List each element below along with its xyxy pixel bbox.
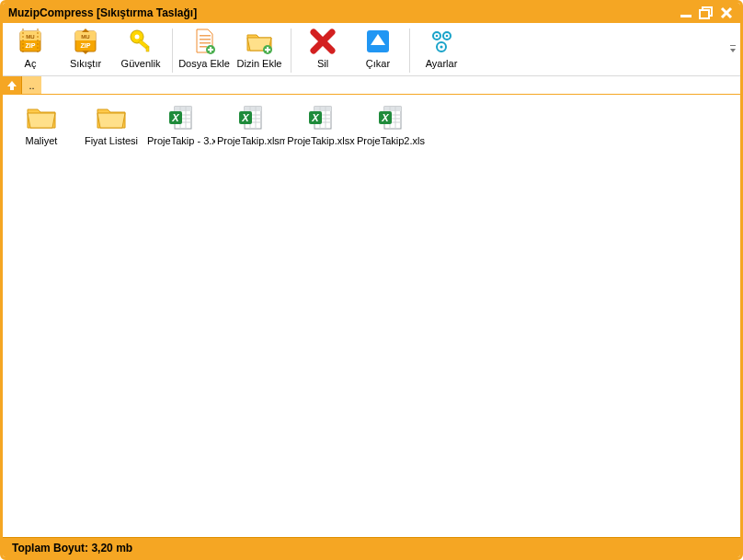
minimize-button[interactable]: [676, 5, 696, 21]
svg-rect-20: [146, 47, 149, 51]
folder-item[interactable]: Fiyat Listesi: [77, 104, 145, 159]
svg-rect-23: [200, 42, 211, 44]
file-item[interactable]: XProjeTakip2.xlsx: [357, 104, 425, 159]
chevron-down-icon: [729, 44, 737, 55]
svg-marker-15: [82, 51, 89, 54]
svg-rect-24: [200, 46, 207, 48]
excel-file-icon: X: [375, 104, 406, 131]
security-label: Güvenlik: [121, 58, 161, 69]
svg-text:X: X: [171, 112, 179, 123]
svg-text:ZIP: ZIP: [81, 42, 91, 49]
toolbar-overflow-button[interactable]: [727, 23, 738, 75]
toolbar-separator: [291, 29, 291, 73]
main-toolbar: MU ZIP Aç MU ZIP Sıkıştır: [3, 23, 740, 76]
key-icon: [126, 27, 155, 56]
svg-marker-43: [7, 81, 17, 90]
svg-rect-41: [730, 45, 736, 46]
svg-text:X: X: [241, 112, 249, 123]
file-add-icon: [189, 27, 219, 56]
svg-rect-2: [700, 10, 709, 18]
add-dir-button[interactable]: Dizin Ekle: [232, 25, 287, 74]
extract-button[interactable]: Çıkar: [350, 25, 406, 74]
add-dir-label: Dizin Ekle: [237, 58, 282, 69]
delete-button[interactable]: Sil: [295, 25, 350, 74]
file-name-label: Maliyet: [7, 135, 75, 146]
file-name-label: ProjeTakip2.xlsx: [357, 135, 425, 146]
toolbar-separator: [172, 29, 173, 73]
compress-button[interactable]: MU ZIP Sıkıştır: [58, 25, 113, 74]
breadcrumb-root-button[interactable]: ..: [21, 76, 41, 94]
excel-file-icon: X: [235, 104, 267, 131]
file-item[interactable]: XProjeTakip.xlsx: [287, 104, 355, 159]
gears-icon: [427, 27, 456, 56]
status-total-size: Toplam Boyut: 3,20 mb: [12, 542, 132, 554]
file-name-label: ProjeTakip.xlsx: [287, 135, 355, 146]
svg-marker-16: [82, 29, 89, 32]
breadcrumb-bar: ..: [3, 76, 740, 95]
add-file-button[interactable]: Dosya Ekle: [177, 25, 232, 74]
svg-text:ZIP: ZIP: [26, 42, 36, 49]
svg-point-38: [436, 35, 439, 38]
archive-compress-icon: MU ZIP: [71, 27, 100, 56]
file-name-label: ProjeTakip.xlsm: [217, 135, 285, 146]
folder-icon: [96, 104, 127, 131]
archive-open-icon: MU ZIP: [16, 27, 45, 56]
arrow-up-icon: [6, 79, 18, 92]
svg-rect-72: [384, 107, 401, 111]
delete-x-icon: [308, 27, 337, 56]
folder-add-icon: [245, 27, 274, 56]
toolbar-separator: [409, 29, 410, 73]
file-item[interactable]: XProjeTakip - 3.xlsm: [147, 104, 215, 159]
delete-label: Sil: [317, 58, 328, 69]
open-button[interactable]: MU ZIP Aç: [3, 25, 58, 74]
excel-file-icon: X: [166, 104, 197, 131]
svg-text:X: X: [311, 112, 319, 123]
window-title: MuzipCompress [Sıkıştırma Taslağı]: [8, 6, 197, 19]
svg-rect-21: [200, 35, 211, 37]
compress-label: Sıkıştır: [70, 58, 101, 69]
content-area: MaliyetFiyat ListesiXProjeTakip - 3.xlsm…: [3, 95, 740, 537]
svg-rect-45: [175, 107, 191, 111]
svg-point-18: [135, 35, 140, 40]
svg-point-39: [446, 35, 449, 38]
svg-rect-54: [245, 107, 261, 111]
svg-marker-42: [730, 49, 736, 52]
app-window: MuzipCompress [Sıkıştırma Taslağı]: [0, 0, 743, 560]
file-view[interactable]: MaliyetFiyat ListesiXProjeTakip - 3.xlsm…: [3, 95, 740, 537]
excel-file-icon: X: [305, 104, 337, 131]
breadcrumb-up-button[interactable]: [3, 76, 21, 94]
svg-point-40: [440, 45, 442, 48]
svg-rect-30: [265, 49, 270, 51]
file-name-label: ProjeTakip - 3.xlsm: [147, 135, 215, 146]
settings-button[interactable]: Ayarlar: [414, 25, 469, 74]
file-name-label: Fiyat Listesi: [77, 135, 145, 146]
file-item[interactable]: XProjeTakip.xlsm: [217, 104, 285, 159]
svg-rect-22: [200, 39, 211, 40]
settings-label: Ayarlar: [426, 58, 458, 69]
status-bar: Toplam Boyut: 3,20 mb: [3, 537, 740, 557]
breadcrumb-root-label: ..: [29, 80, 34, 91]
add-file-label: Dosya Ekle: [178, 58, 230, 69]
svg-text:MU: MU: [26, 34, 34, 40]
svg-rect-0: [680, 15, 692, 17]
title-bar[interactable]: MuzipCompress [Sıkıştırma Taslağı]: [3, 3, 740, 23]
open-label: Aç: [25, 58, 37, 69]
svg-text:X: X: [381, 112, 389, 123]
close-button[interactable]: [716, 5, 737, 21]
folder-item[interactable]: Maliyet: [7, 104, 75, 159]
extract-up-icon: [363, 27, 393, 56]
security-button[interactable]: Güvenlik: [113, 25, 168, 74]
svg-text:MU: MU: [81, 34, 89, 40]
extract-label: Çıkar: [366, 58, 390, 69]
maximize-button[interactable]: [696, 5, 716, 21]
folder-icon: [26, 104, 57, 131]
svg-rect-27: [208, 49, 213, 51]
svg-rect-63: [314, 107, 331, 111]
